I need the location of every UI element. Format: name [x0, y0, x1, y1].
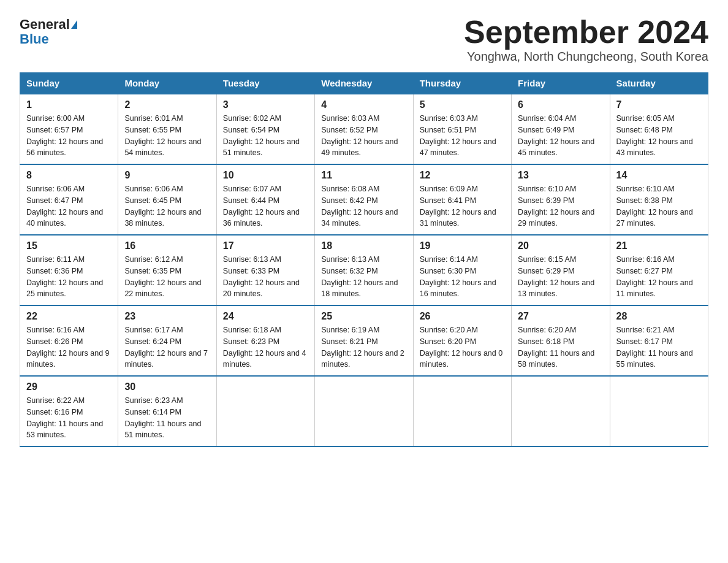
day-info: Sunrise: 6:14 AMSunset: 6:30 PMDaylight:…: [420, 255, 496, 298]
day-number: 5: [420, 99, 505, 110]
day-info: Sunrise: 6:00 AMSunset: 6:57 PMDaylight:…: [26, 114, 103, 157]
calendar-cell: 26 Sunrise: 6:20 AMSunset: 6:20 PMDaylig…: [413, 305, 511, 376]
day-number: 13: [518, 170, 603, 181]
month-title: September 2024: [464, 15, 708, 50]
day-info: Sunrise: 6:06 AMSunset: 6:45 PMDaylight:…: [124, 185, 201, 228]
day-info: Sunrise: 6:10 AMSunset: 6:38 PMDaylight:…: [616, 185, 693, 228]
calendar-cell: 11 Sunrise: 6:08 AMSunset: 6:42 PMDaylig…: [315, 164, 413, 235]
day-info: Sunrise: 6:11 AMSunset: 6:36 PMDaylight:…: [26, 255, 103, 298]
calendar-cell: 5 Sunrise: 6:03 AMSunset: 6:51 PMDayligh…: [413, 94, 511, 164]
weekday-header-friday: Friday: [512, 73, 610, 94]
calendar-cell: [610, 376, 708, 446]
calendar-cell: 12 Sunrise: 6:09 AMSunset: 6:41 PMDaylig…: [413, 164, 511, 235]
day-number: 19: [420, 240, 505, 251]
day-info: Sunrise: 6:18 AMSunset: 6:23 PMDaylight:…: [223, 326, 306, 369]
calendar-cell: 9 Sunrise: 6:06 AMSunset: 6:45 PMDayligh…: [118, 164, 216, 235]
day-info: Sunrise: 6:04 AMSunset: 6:49 PMDaylight:…: [518, 114, 594, 157]
weekday-header-monday: Monday: [118, 73, 216, 94]
day-info: Sunrise: 6:20 AMSunset: 6:18 PMDaylight:…: [518, 326, 594, 369]
calendar-cell: 27 Sunrise: 6:20 AMSunset: 6:18 PMDaylig…: [512, 305, 610, 376]
calendar-cell: [216, 376, 314, 446]
weekday-header-saturday: Saturday: [610, 73, 708, 94]
page-header: General Blue September 2024 Yonghwa, Nor…: [20, 15, 708, 70]
weekday-header-sunday: Sunday: [20, 73, 118, 94]
logo-general: General: [20, 17, 70, 32]
day-number: 15: [26, 240, 112, 251]
calendar-cell: [315, 376, 413, 446]
calendar-week-row: 15 Sunrise: 6:11 AMSunset: 6:36 PMDaylig…: [20, 235, 708, 305]
day-info: Sunrise: 6:10 AMSunset: 6:39 PMDaylight:…: [518, 185, 594, 228]
day-number: 7: [616, 99, 702, 110]
day-info: Sunrise: 6:07 AMSunset: 6:44 PMDaylight:…: [223, 185, 300, 228]
calendar-cell: 7 Sunrise: 6:05 AMSunset: 6:48 PMDayligh…: [610, 94, 708, 164]
calendar-cell: 24 Sunrise: 6:18 AMSunset: 6:23 PMDaylig…: [216, 305, 314, 376]
day-number: 16: [124, 240, 210, 251]
weekday-header-row: SundayMondayTuesdayWednesdayThursdayFrid…: [20, 73, 708, 94]
day-number: 11: [321, 170, 406, 181]
day-info: Sunrise: 6:23 AMSunset: 6:14 PMDaylight:…: [124, 396, 201, 439]
day-info: Sunrise: 6:13 AMSunset: 6:32 PMDaylight:…: [321, 255, 398, 298]
day-number: 23: [124, 311, 210, 322]
calendar-cell: 6 Sunrise: 6:04 AMSunset: 6:49 PMDayligh…: [512, 94, 610, 164]
calendar-cell: 29 Sunrise: 6:22 AMSunset: 6:16 PMDaylig…: [20, 376, 118, 446]
day-number: 29: [26, 381, 112, 393]
day-info: Sunrise: 6:19 AMSunset: 6:21 PMDaylight:…: [321, 326, 404, 369]
day-info: Sunrise: 6:02 AMSunset: 6:54 PMDaylight:…: [223, 114, 300, 157]
day-number: 6: [518, 99, 603, 110]
calendar-cell: 19 Sunrise: 6:14 AMSunset: 6:30 PMDaylig…: [413, 235, 511, 305]
calendar-cell: 1 Sunrise: 6:00 AMSunset: 6:57 PMDayligh…: [20, 94, 118, 164]
day-number: 25: [321, 311, 406, 322]
calendar-cell: 14 Sunrise: 6:10 AMSunset: 6:38 PMDaylig…: [610, 164, 708, 235]
day-number: 30: [124, 381, 210, 393]
day-info: Sunrise: 6:21 AMSunset: 6:17 PMDaylight:…: [616, 326, 693, 369]
day-number: 17: [223, 240, 308, 251]
weekday-header-thursday: Thursday: [413, 73, 511, 94]
day-info: Sunrise: 6:15 AMSunset: 6:29 PMDaylight:…: [518, 255, 594, 298]
calendar-cell: 18 Sunrise: 6:13 AMSunset: 6:32 PMDaylig…: [315, 235, 413, 305]
day-number: 21: [616, 240, 702, 251]
day-number: 2: [124, 99, 210, 110]
day-number: 1: [26, 99, 112, 110]
day-info: Sunrise: 6:06 AMSunset: 6:47 PMDaylight:…: [26, 185, 103, 228]
day-number: 12: [420, 170, 505, 181]
day-number: 8: [26, 170, 112, 181]
day-info: Sunrise: 6:03 AMSunset: 6:51 PMDaylight:…: [420, 114, 496, 157]
logo: General Blue: [20, 17, 77, 47]
calendar-cell: 22 Sunrise: 6:16 AMSunset: 6:26 PMDaylig…: [20, 305, 118, 376]
calendar-table: SundayMondayTuesdayWednesdayThursdayFrid…: [20, 72, 708, 447]
logo-blue: Blue: [20, 32, 49, 47]
location-subtitle: Yonghwa, North Chungcheong, South Korea: [464, 50, 708, 64]
calendar-cell: 16 Sunrise: 6:12 AMSunset: 6:35 PMDaylig…: [118, 235, 216, 305]
title-block: September 2024 Yonghwa, North Chungcheon…: [464, 15, 708, 70]
day-info: Sunrise: 6:13 AMSunset: 6:33 PMDaylight:…: [223, 255, 300, 298]
calendar-cell: 20 Sunrise: 6:15 AMSunset: 6:29 PMDaylig…: [512, 235, 610, 305]
calendar-cell: 23 Sunrise: 6:17 AMSunset: 6:24 PMDaylig…: [118, 305, 216, 376]
day-number: 28: [616, 311, 702, 322]
calendar-cell: 25 Sunrise: 6:19 AMSunset: 6:21 PMDaylig…: [315, 305, 413, 376]
calendar-week-row: 1 Sunrise: 6:00 AMSunset: 6:57 PMDayligh…: [20, 94, 708, 164]
day-info: Sunrise: 6:03 AMSunset: 6:52 PMDaylight:…: [321, 114, 398, 157]
calendar-cell: 8 Sunrise: 6:06 AMSunset: 6:47 PMDayligh…: [20, 164, 118, 235]
day-info: Sunrise: 6:12 AMSunset: 6:35 PMDaylight:…: [124, 255, 201, 298]
calendar-cell: 17 Sunrise: 6:13 AMSunset: 6:33 PMDaylig…: [216, 235, 314, 305]
day-number: 9: [124, 170, 210, 181]
day-number: 18: [321, 240, 406, 251]
day-number: 26: [420, 311, 505, 322]
day-number: 27: [518, 311, 603, 322]
day-info: Sunrise: 6:16 AMSunset: 6:27 PMDaylight:…: [616, 255, 693, 298]
calendar-week-row: 8 Sunrise: 6:06 AMSunset: 6:47 PMDayligh…: [20, 164, 708, 235]
day-info: Sunrise: 6:01 AMSunset: 6:55 PMDaylight:…: [124, 114, 201, 157]
calendar-cell: 15 Sunrise: 6:11 AMSunset: 6:36 PMDaylig…: [20, 235, 118, 305]
weekday-header-wednesday: Wednesday: [315, 73, 413, 94]
calendar-cell: 13 Sunrise: 6:10 AMSunset: 6:39 PMDaylig…: [512, 164, 610, 235]
day-number: 20: [518, 240, 603, 251]
calendar-cell: 4 Sunrise: 6:03 AMSunset: 6:52 PMDayligh…: [315, 94, 413, 164]
calendar-cell: 30 Sunrise: 6:23 AMSunset: 6:14 PMDaylig…: [118, 376, 216, 446]
day-info: Sunrise: 6:17 AMSunset: 6:24 PMDaylight:…: [124, 326, 208, 369]
day-number: 3: [223, 99, 308, 110]
calendar-cell: 28 Sunrise: 6:21 AMSunset: 6:17 PMDaylig…: [610, 305, 708, 376]
day-info: Sunrise: 6:16 AMSunset: 6:26 PMDaylight:…: [26, 326, 110, 369]
day-info: Sunrise: 6:08 AMSunset: 6:42 PMDaylight:…: [321, 185, 398, 228]
day-number: 4: [321, 99, 406, 110]
calendar-cell: [413, 376, 511, 446]
